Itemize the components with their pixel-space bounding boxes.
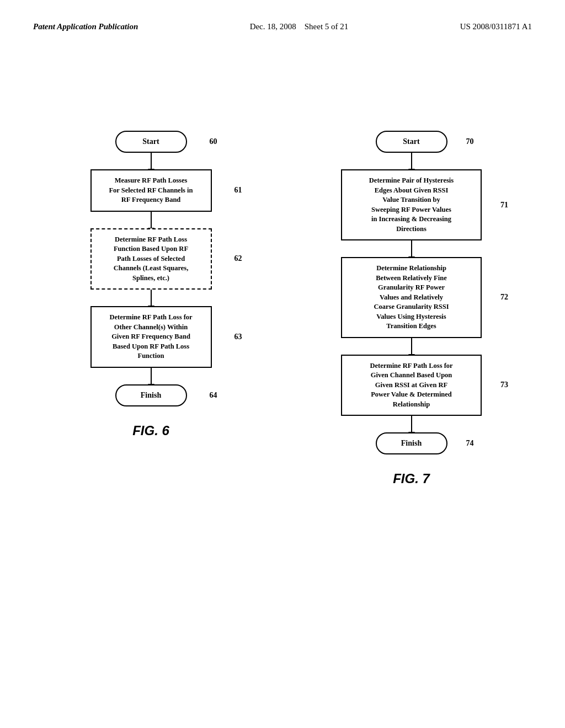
fig7-box3-container: Determine RF Path Loss for Given Channel… [341,355,482,416]
fig6-box3-num: 63 [234,333,242,341]
fig7-caption: FIG. 7 [393,471,430,486]
fig7-start: Start [376,131,447,153]
fig6-start-container: Start 60 [115,131,187,153]
fig6-start-num: 60 [210,137,217,146]
header-center: Dec. 18, 2008 Sheet 5 of 21 [250,22,349,31]
fig7-box2: Determine Relationship Between Relativel… [341,257,482,338]
fig7-box1-container: Determine Pair of Hysteresis Edges About… [341,169,482,240]
fig6-finish-num: 64 [210,391,217,400]
fig6-finish: Finish [115,384,187,406]
fig6-arrow-2 [151,212,152,228]
fig7-box2-container: Determine Relationship Between Relativel… [341,257,482,338]
fig6-box2: Determine RF Path Loss Function Based Up… [90,228,212,290]
header: Patent Application Publication Dec. 18, … [0,0,565,31]
header-right: US 2008/0311871 A1 [460,22,532,31]
fig7-finish-num: 74 [466,439,474,448]
fig7-flowchart: Start 70 Determine Pair of Hysteresis Ed… [323,131,500,486]
fig7-finish: Finish [376,432,447,454]
fig6-box2-num: 62 [234,254,242,263]
fig7-finish-container: Finish 74 [376,432,447,454]
fig6-arrow-3 [151,290,152,306]
fig7-box1-num: 71 [500,201,508,210]
fig6-box1-container: Measure RF Path Losses For Selected RF C… [90,169,212,212]
fig7-start-num: 70 [466,137,474,146]
fig7-arrow-1 [411,153,412,169]
fig6-box1: Measure RF Path Losses For Selected RF C… [90,169,212,212]
fig6-start: Start [115,131,187,153]
fig6-box3-container: Determine RF Path Loss for Other Channel… [90,306,212,368]
fig6-box3: Determine RF Path Loss for Other Channel… [90,306,212,368]
main-content: Start 60 Measure RF Path Losses For Sele… [0,87,565,486]
fig6-caption: FIG. 6 [132,423,169,438]
fig6-flowchart: Start 60 Measure RF Path Losses For Sele… [66,131,237,438]
fig7-arrow-3 [411,338,412,355]
header-left: Patent Application Publication [33,22,138,31]
fig7-box3-num: 73 [500,381,508,389]
fig6-arrow-4 [151,368,152,384]
fig7-box2-num: 72 [500,293,508,302]
fig6-box2-container: Determine RF Path Loss Function Based Up… [90,228,212,290]
fig7-arrow-2 [411,240,412,257]
fig7-arrow-4 [411,416,412,432]
fig7-start-container: Start 70 [376,131,447,153]
fig6-arrow-1 [151,153,152,169]
fig6-finish-container: Finish 64 [115,384,187,406]
fig7-box3: Determine RF Path Loss for Given Channel… [341,355,482,416]
fig6-box1-num: 61 [234,186,242,195]
fig7-box1: Determine Pair of Hysteresis Edges About… [341,169,482,240]
